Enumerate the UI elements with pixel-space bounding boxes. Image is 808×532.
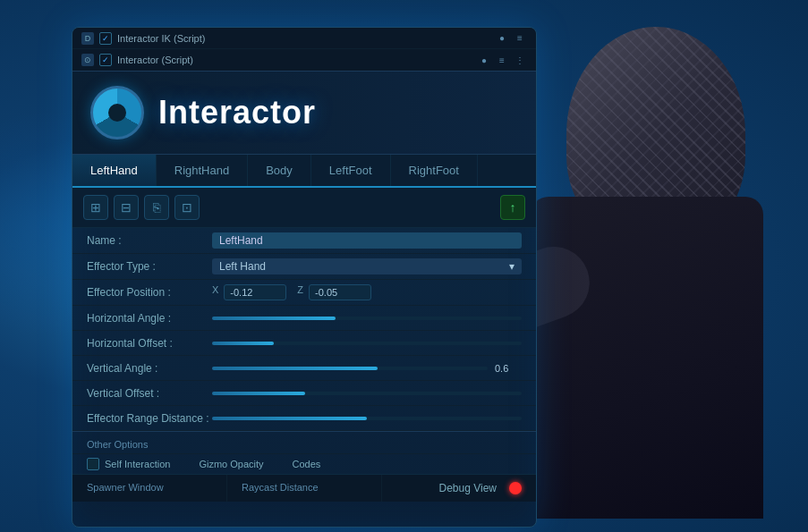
bottom-raycast-distance[interactable]: Raycast Distance [227, 475, 382, 502]
logo-area: Interactor [72, 72, 536, 155]
label-horizontal-offset: Horizontal Offset : [87, 337, 212, 350]
more-icon[interactable]: ⋮ [513, 53, 527, 67]
checkbox-self-interaction[interactable] [87, 458, 99, 470]
field-row-name: Name : LeftHand [72, 228, 536, 254]
field-row-effector-type: Effector Type : Left Hand ▾ [72, 254, 536, 280]
toolbar-btn-expand[interactable]: ⊞ [83, 195, 108, 220]
debug-view-label: Debug View [439, 482, 498, 494]
label-vertical-offset: Vertical Offset : [87, 387, 212, 400]
label-gizmo-opacity: Gizmo Opacity [199, 459, 263, 469]
tab-lefthand[interactable]: LeftHand [72, 155, 157, 186]
tab-rightfoot[interactable]: RightFoot [391, 155, 478, 186]
label-effector-position: Effector Position : [87, 286, 212, 299]
tab-righthand[interactable]: RightHand [157, 155, 248, 186]
field-row-horizontal-offset: Horizontal Offset : [72, 331, 536, 356]
label-horizontal-angle: Horizontal Angle : [87, 312, 212, 325]
tabs-container: LeftHand RightHand Body LeftFoot RightFo… [72, 155, 536, 188]
bottom-spawner-window[interactable]: Spawner Window [72, 475, 227, 502]
x-input[interactable] [224, 284, 286, 300]
label-codes: Codes [293, 459, 321, 469]
title-text-2: Interactor (Script) [117, 55, 477, 65]
tab-leftfoot[interactable]: LeftFoot [311, 155, 391, 186]
title-bar: D ✓ Interactor IK (Script) ● ≡ ⊙ ✓ Inter… [72, 28, 536, 72]
value-name: LeftHand [219, 234, 263, 247]
bottom-row: Spawner Window Raycast Distance Debug Vi… [72, 474, 536, 502]
title-bar-row-1: D ✓ Interactor IK (Script) ● ≡ [72, 28, 536, 49]
title-text-1: Interactor IK (Script) [117, 33, 495, 44]
toolbar-export-btn[interactable]: ↑ [500, 195, 525, 220]
dot-icon-1: ● [495, 31, 509, 46]
field-row-effector-range: Effector Range Distance : [72, 406, 536, 431]
x-label: X [212, 284, 218, 300]
slider-effector-range[interactable] [212, 417, 522, 420]
menu-icon-2[interactable]: ≡ [495, 53, 509, 67]
title-icons-right-2: ● ≡ ⋮ [477, 53, 527, 67]
ui-panel: D ✓ Interactor IK (Script) ● ≡ ⊙ ✓ Inter… [72, 27, 537, 528]
slider-vertical-angle[interactable]: 0.6 [212, 363, 522, 374]
toolbar-btn-copy[interactable]: ⎘ [144, 195, 169, 220]
slider-vertical-angle-value: 0.6 [495, 363, 522, 374]
option-codes: Codes [278, 454, 336, 474]
toolbar-btn-collapse[interactable]: ⊟ [114, 195, 139, 220]
label-effector-range: Effector Range Distance : [87, 412, 212, 425]
debug-dot[interactable] [509, 482, 522, 494]
slider-horizontal-offset[interactable] [212, 342, 522, 345]
options-grid: Self Interaction Gizmo Opacity Codes [72, 453, 536, 474]
toolbar-btn-paste[interactable]: ⊡ [174, 195, 200, 220]
bottom-debug: Debug View [382, 475, 536, 502]
title-icons-right-1: ● ≡ [495, 31, 527, 46]
menu-icon-1[interactable]: ≡ [513, 31, 527, 46]
title-bar-row-2: ⊙ ✓ Interactor (Script) ● ≡ ⋮ [72, 49, 536, 71]
logo-title: Interactor [158, 94, 316, 131]
tab-body[interactable]: Body [248, 155, 311, 186]
toolbar: ⊞ ⊟ ⎘ ⊡ ↑ [72, 188, 536, 228]
label-vertical-angle: Vertical Angle : [87, 362, 212, 375]
label-effector-type: Effector Type : [87, 260, 212, 273]
field-row-vertical-offset: Vertical Offset : [72, 381, 536, 406]
xyz-inputs: X Z [212, 284, 522, 300]
script-icon-1: D [81, 32, 94, 45]
field-row-effector-position: Effector Position : X Z [72, 280, 536, 306]
field-row-horizontal-angle: Horizontal Angle : [72, 306, 536, 331]
dropdown-effector-type[interactable]: Left Hand ▾ [212, 258, 522, 274]
script-icon-2: ⊙ [81, 54, 94, 66]
figure-torso [531, 197, 763, 519]
checkbox-1[interactable]: ✓ [99, 32, 112, 45]
chevron-down-icon: ▾ [509, 260, 515, 273]
z-input[interactable] [309, 284, 371, 300]
slider-vertical-offset[interactable] [212, 392, 522, 395]
other-options-section: Other Options [72, 431, 536, 453]
option-self-interaction: Self Interaction [72, 454, 184, 474]
option-gizmo-opacity: Gizmo Opacity [184, 454, 277, 474]
field-row-vertical-angle: Vertical Angle : 0.6 [72, 356, 536, 381]
logo-icon [90, 86, 144, 139]
content-rows: Name : LeftHand Effector Type : Left Han… [72, 228, 536, 431]
label-name: Name : [87, 234, 212, 247]
checkbox-2[interactable]: ✓ [99, 54, 112, 66]
label-self-interaction: Self Interaction [105, 459, 170, 469]
slider-horizontal-angle[interactable] [212, 317, 522, 320]
dot-icon-2: ● [477, 53, 491, 67]
z-label: Z [297, 284, 303, 300]
other-options-label: Other Options [87, 439, 148, 450]
